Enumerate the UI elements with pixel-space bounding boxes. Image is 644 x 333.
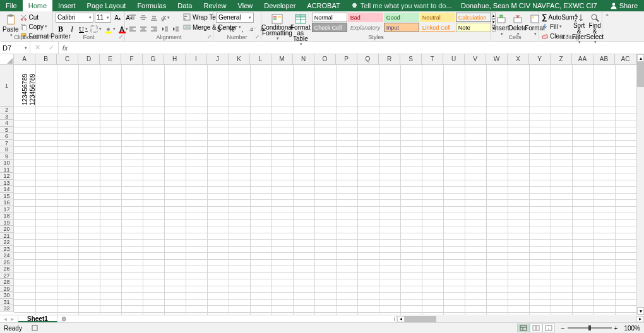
row-header-12[interactable]: 12	[0, 173, 14, 180]
hscroll-right[interactable]: ▸	[636, 316, 644, 322]
align-center-button[interactable]	[138, 24, 148, 34]
align-middle-button[interactable]	[138, 13, 148, 23]
percent-button[interactable]: %	[227, 24, 237, 34]
vscroll-down[interactable]: ▾	[637, 307, 644, 315]
align-top-button[interactable]	[128, 13, 138, 23]
tab-home[interactable]: Home	[23, 0, 52, 11]
col-header-D[interactable]: D	[78, 54, 100, 65]
zoom-in-button[interactable]: +	[614, 325, 618, 332]
row-header-8[interactable]: 8	[0, 146, 14, 153]
increase-font-button[interactable]: A▴	[112, 13, 122, 23]
row-header-16[interactable]: 16	[0, 199, 14, 206]
hscroll-split[interactable]: ⁞	[391, 315, 397, 322]
sheet-tab-1[interactable]: Sheet1	[18, 315, 57, 322]
style-explanatory[interactable]: Explanatory ...	[348, 23, 383, 32]
macro-record-icon[interactable]	[31, 324, 40, 332]
share-button[interactable]: Share	[604, 0, 644, 11]
row-header-6[interactable]: 6	[0, 133, 14, 140]
border-button[interactable]: ▾	[90, 24, 102, 34]
hscroll-track[interactable]	[405, 316, 636, 322]
col-header-E[interactable]: E	[100, 54, 121, 65]
tab-acrobat[interactable]: ACROBAT	[301, 0, 345, 11]
col-header-J[interactable]: J	[207, 54, 229, 65]
tab-review[interactable]: Review	[198, 0, 232, 11]
col-header-A[interactable]: A	[14, 54, 35, 65]
vscroll-track[interactable]	[637, 62, 644, 307]
col-header-Q[interactable]: Q	[357, 54, 379, 65]
style-good[interactable]: Good	[384, 13, 419, 22]
tab-file[interactable]: File	[0, 0, 23, 11]
tab-data[interactable]: Data	[172, 0, 198, 11]
row-header-29[interactable]: 29	[0, 286, 14, 293]
row-header-17[interactable]: 17	[0, 206, 14, 213]
cancel-fx-button[interactable]: ✕	[30, 44, 44, 52]
underline-button[interactable]: U▾	[78, 24, 88, 34]
row-header-28[interactable]: 28	[0, 279, 14, 286]
increase-decimal-button[interactable]: .0←	[248, 24, 258, 34]
col-header-AB[interactable]: AB	[593, 54, 615, 65]
hscroll-thumb[interactable]	[405, 316, 436, 322]
select-all-button[interactable]	[0, 54, 14, 65]
col-header-S[interactable]: S	[400, 54, 422, 65]
zoom-value[interactable]: 100%	[624, 325, 640, 332]
col-header-C[interactable]: C	[57, 54, 78, 65]
sheet-nav-next[interactable]: ▸	[11, 315, 14, 322]
cell-A1[interactable]: 123456789	[21, 66, 28, 105]
comma-button[interactable]: ,	[237, 24, 247, 34]
align-right-button[interactable]	[149, 24, 159, 34]
row-header-32[interactable]: 32	[0, 305, 14, 312]
col-header-B[interactable]: B	[35, 54, 57, 65]
style-check-cell[interactable]: Check Cell	[312, 23, 347, 32]
row-header-14[interactable]: 14	[0, 186, 14, 193]
style-note[interactable]: Note	[456, 23, 491, 32]
zoom-out-button[interactable]: −	[561, 325, 565, 332]
col-header-F[interactable]: F	[121, 54, 143, 65]
row-header-23[interactable]: 23	[0, 246, 14, 253]
row-header-27[interactable]: 27	[0, 272, 14, 279]
font-size-combo[interactable]: 11▾	[95, 13, 111, 23]
enter-fx-button[interactable]: ✓	[44, 44, 58, 52]
tell-me-search[interactable]: Tell me what you want to do...	[351, 0, 452, 11]
align-left-button[interactable]	[128, 24, 138, 34]
col-header-H[interactable]: H	[164, 54, 186, 65]
row-header-25[interactable]: 25	[0, 259, 14, 266]
row-header-31[interactable]: 31	[0, 299, 14, 306]
col-header-M[interactable]: M	[271, 54, 293, 65]
font-name-combo[interactable]: Calibri▾	[56, 13, 93, 23]
row-header-15[interactable]: 15	[0, 193, 14, 200]
col-header-T[interactable]: T	[422, 54, 443, 65]
row-header-13[interactable]: 13	[0, 180, 14, 187]
align-bottom-button[interactable]	[149, 13, 159, 23]
tab-formulas[interactable]: Formulas	[131, 0, 172, 11]
number-launcher[interactable]: ⤢	[254, 34, 260, 40]
row-header-20[interactable]: 20	[0, 226, 14, 233]
zoom-slider-thumb[interactable]	[588, 325, 591, 330]
vscroll-up[interactable]: ▴	[637, 54, 644, 62]
row-header-30[interactable]: 30	[0, 292, 14, 299]
orientation-button[interactable]: ab▾	[160, 13, 170, 23]
increase-indent-button[interactable]	[170, 24, 181, 34]
row-header-21[interactable]: 21	[0, 233, 14, 240]
col-header-R[interactable]: R	[379, 54, 400, 65]
alignment-launcher[interactable]: ⤢	[206, 34, 212, 40]
col-header-P[interactable]: P	[336, 54, 357, 65]
style-normal[interactable]: Normal	[312, 13, 347, 22]
col-header-I[interactable]: I	[186, 54, 207, 65]
row-header-26[interactable]: 26	[0, 266, 14, 272]
row-header-22[interactable]: 22	[0, 239, 14, 246]
col-header-O[interactable]: O	[314, 54, 336, 65]
col-header-V[interactable]: V	[465, 54, 486, 65]
tab-view[interactable]: View	[232, 0, 259, 11]
col-header-AA[interactable]: AA	[572, 54, 593, 65]
col-header-Y[interactable]: Y	[529, 54, 551, 65]
col-header-U[interactable]: U	[443, 54, 465, 65]
vscroll-thumb[interactable]	[637, 62, 644, 87]
collapse-ribbon-button[interactable]: ˄	[602, 11, 612, 41]
col-header-N[interactable]: N	[293, 54, 314, 65]
row-header-4[interactable]: 4	[0, 120, 14, 127]
col-header-AC[interactable]: AC	[615, 54, 636, 65]
style-input[interactable]: Input	[384, 23, 419, 32]
row-header-10[interactable]: 10	[0, 160, 14, 166]
view-page-layout-button[interactable]	[530, 324, 542, 332]
col-header-L[interactable]: L	[250, 54, 271, 65]
